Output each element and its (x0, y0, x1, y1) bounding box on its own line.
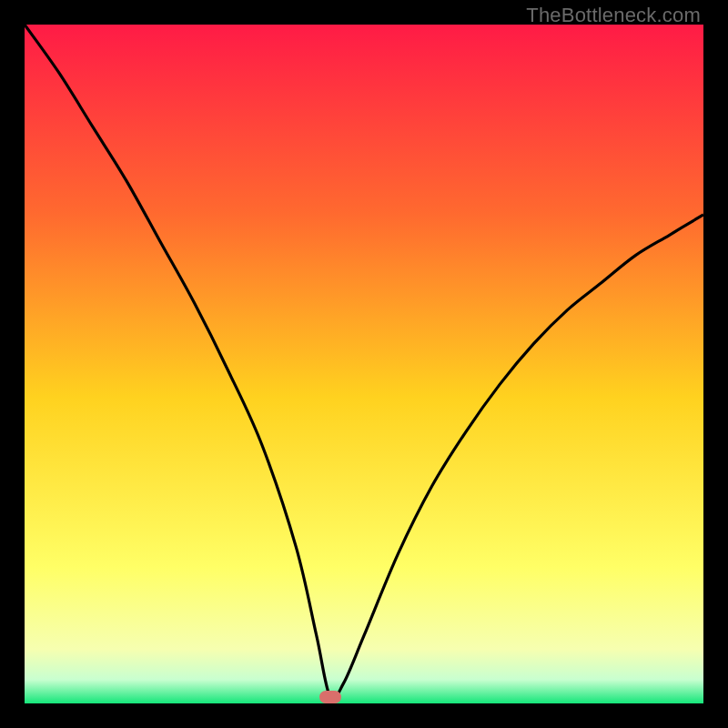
plot-area (25, 25, 703, 703)
bottleneck-curve-path (25, 25, 703, 699)
bottleneck-curve (25, 25, 703, 703)
chart-frame: TheBottleneck.com (0, 0, 728, 728)
optimum-marker (319, 691, 341, 703)
